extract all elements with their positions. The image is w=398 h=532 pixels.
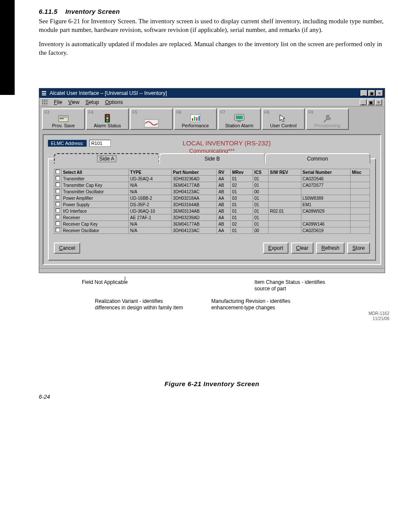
- cell-part: 3DH04123AC: [172, 189, 217, 195]
- cell-rv: AB: [217, 189, 231, 195]
- row-checkbox[interactable]: [56, 228, 60, 232]
- cell-misc: [351, 214, 370, 221]
- clear-button[interactable]: Clear: [291, 242, 314, 254]
- refresh-button[interactable]: Refresh: [316, 242, 345, 254]
- col-header[interactable]: Part Number: [172, 169, 217, 176]
- body-paragraph-1: See Figure 6-21 for Inventory Screen. Th…: [39, 17, 385, 35]
- inventory-table: Select AllTYPEPart NumberRVMRevICSS/W RE…: [54, 169, 370, 234]
- toolbar-f5[interactable]: F5: [130, 108, 173, 130]
- store-button[interactable]: Store: [347, 242, 370, 254]
- menu-file[interactable]: File: [54, 99, 62, 105]
- cell-ics: 01: [253, 214, 268, 221]
- menu-bar: File View Setup Options _ ▣ ×: [39, 98, 385, 107]
- wrench-icon: [322, 113, 332, 123]
- minimize-button[interactable]: _: [360, 90, 367, 96]
- row-checkbox[interactable]: [56, 202, 60, 206]
- cell-mrev: 02: [231, 182, 253, 189]
- svg-rect-1: [60, 116, 67, 118]
- maximize-button[interactable]: ▣: [368, 90, 375, 96]
- cell-serial: [301, 189, 351, 195]
- tab-side-a[interactable]: Side A: [54, 153, 160, 164]
- svg-point-5: [107, 117, 109, 120]
- toolbar-label: Provisioning: [314, 123, 340, 128]
- cell-serial: [301, 214, 351, 221]
- select-all-checkbox[interactable]: [56, 170, 60, 174]
- cell-sw: [269, 214, 301, 221]
- cell-name: Power Supply: [62, 201, 129, 208]
- col-header[interactable]: Serial Number: [301, 169, 351, 176]
- window-title: Alcatel User Interface – [Universal USI …: [50, 90, 167, 96]
- row-checkbox[interactable]: [56, 176, 60, 180]
- cell-ics: 01: [253, 176, 268, 182]
- toolbar-alarm-status[interactable]: F4Alarm Status: [86, 108, 129, 130]
- cell-rv: AB: [217, 182, 231, 189]
- cell-ics: 01: [253, 221, 268, 227]
- table-row: Power SupplyDS-35P-23DH03164ABAB0101EM1: [54, 201, 370, 208]
- cell-mrev: 01: [231, 201, 253, 208]
- title-bar[interactable]: Alcatel User Interface – [Universal USI …: [39, 88, 385, 98]
- row-checkbox[interactable]: [56, 183, 60, 187]
- svg-point-6: [107, 120, 109, 122]
- tab-side-b[interactable]: Side B: [159, 153, 265, 164]
- col-header[interactable]: S/W REV: [269, 169, 301, 176]
- row-checkbox[interactable]: [56, 208, 60, 213]
- table-row: I/O InterfaceUD-36AQ-103EM03134ABAB0101R…: [54, 208, 370, 214]
- content-panel: ELMC Address: R101 LOCAL INVENTORY (RS-2…: [43, 134, 381, 265]
- cell-type: N/A: [128, 182, 171, 189]
- cell-part: 3DH03164AB: [172, 201, 217, 208]
- col-header[interactable]: Misc: [351, 169, 370, 176]
- mdi-minimize-button[interactable]: _: [360, 99, 367, 105]
- elmc-address-value[interactable]: R101: [89, 140, 111, 147]
- cell-mrev: 01: [231, 214, 253, 221]
- cell-sw: [269, 189, 301, 195]
- save-icon: [58, 113, 69, 123]
- cell-name: Receiver Cap Key: [62, 221, 129, 227]
- row-checkbox[interactable]: [56, 215, 60, 219]
- cell-name: Transmitter Oscillator: [62, 189, 129, 195]
- cell-part: 3EM04177AB: [172, 221, 217, 227]
- table-row: Power AmplifierUD-16BB-23DH03218AAAA0301…: [54, 195, 370, 201]
- col-header[interactable]: RV: [217, 169, 231, 176]
- menu-view[interactable]: View: [68, 99, 79, 105]
- col-header[interactable]: MRev: [231, 169, 253, 176]
- toolbar-station-alarm[interactable]: F7Station Alarm: [218, 108, 261, 130]
- cell-ics: 01: [253, 182, 268, 189]
- callout-area: Field Not Applicable Realization Variant…: [39, 277, 385, 333]
- svg-rect-12: [198, 116, 200, 121]
- toolbar-label: Alarm Status: [94, 123, 121, 128]
- cell-part: 3EM04177AB: [172, 182, 217, 189]
- app-window: Alcatel User Interface – [Universal USI …: [39, 88, 385, 273]
- tab-common[interactable]: Common: [265, 153, 370, 164]
- cell-sw: [269, 182, 301, 189]
- callout-item-change-status: Item Change Status - identifies source o…: [254, 279, 336, 292]
- cell-serial: CA07D577: [301, 182, 351, 189]
- mdi-restore-button[interactable]: ▣: [367, 99, 374, 105]
- cell-type: DS-35P-2: [128, 201, 171, 208]
- svg-rect-14: [236, 116, 243, 119]
- export-button[interactable]: Export: [263, 242, 288, 254]
- row-checkbox[interactable]: [56, 221, 60, 226]
- cell-sw: [269, 176, 301, 182]
- fkey-label: F4: [88, 110, 94, 115]
- col-header[interactable]: Select All: [62, 169, 129, 176]
- mdi-close-button[interactable]: ×: [375, 99, 382, 105]
- cell-sw: [269, 227, 301, 234]
- cell-misc: [351, 201, 370, 208]
- menu-options[interactable]: Options: [105, 99, 123, 105]
- menu-setup[interactable]: Setup: [85, 99, 99, 105]
- callout-manufacturing-revision: Manufacturing Revision - identifies enha…: [211, 298, 302, 311]
- col-header[interactable]: ICS: [253, 169, 268, 176]
- col-header[interactable]: TYPE: [128, 169, 171, 176]
- table-row: ReceiverAE 27AF-13DH03239ADAA0101: [54, 214, 370, 221]
- cell-part: 3DH03236AD: [172, 176, 217, 182]
- toolbar-performance[interactable]: F6Performance: [174, 108, 217, 130]
- cancel-button[interactable]: Cancel: [54, 242, 80, 254]
- toolbar-label: Performance: [182, 123, 209, 128]
- cell-rv: AA: [217, 195, 231, 201]
- toolbar-prov-save[interactable]: F3Prov. Save: [42, 108, 85, 130]
- row-checkbox[interactable]: [56, 189, 60, 193]
- close-button[interactable]: ×: [376, 90, 383, 96]
- toolbar-user-control[interactable]: F8User Control: [262, 108, 305, 130]
- svg-rect-2: [60, 118, 64, 119]
- row-checkbox[interactable]: [56, 195, 60, 200]
